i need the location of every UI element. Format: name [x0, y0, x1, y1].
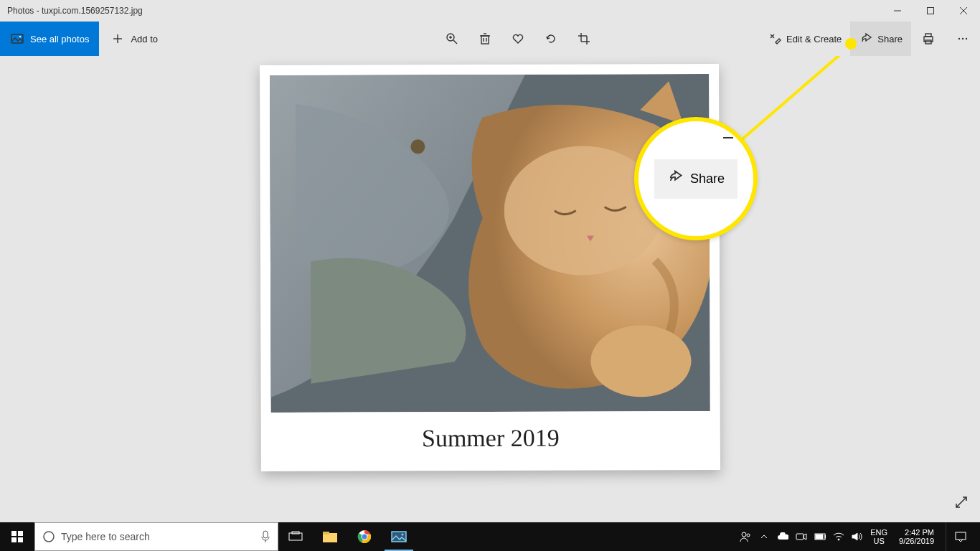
window-title: Photos - tuxpi.com.1569257132.jpg	[7, 6, 143, 16]
favorite-icon[interactable]	[511, 32, 525, 46]
svg-rect-46	[392, 532, 406, 542]
volume-icon[interactable]	[852, 531, 863, 542]
edit-icon	[768, 32, 782, 46]
callout-circle: Share	[634, 117, 758, 240]
mic-icon[interactable]	[260, 530, 270, 543]
svg-point-55	[838, 539, 839, 540]
edit-create-button[interactable]: Edit & Create	[759, 22, 850, 56]
see-all-label: See all photos	[30, 34, 89, 44]
share-button[interactable]: Share	[850, 22, 911, 56]
svg-rect-1	[928, 8, 934, 14]
svg-point-37	[44, 532, 54, 542]
svg-point-45	[362, 534, 367, 540]
toolbar: See all photos Add to Edit & Create Shar…	[0, 22, 980, 56]
clock[interactable]: 2:42 PM 9/26/2019	[895, 528, 938, 545]
callout-share-label: Share	[690, 171, 725, 187]
callout-minimize-icon	[723, 137, 733, 138]
svg-line-32	[956, 497, 966, 507]
tray-chevron-up-icon[interactable]	[758, 531, 770, 542]
file-explorer-taskbar-icon[interactable]	[313, 522, 347, 551]
svg-point-28	[410, 139, 425, 154]
svg-rect-12	[481, 36, 489, 44]
minimize-button[interactable]	[881, 0, 914, 22]
svg-rect-34	[18, 531, 23, 536]
task-view-button[interactable]	[278, 522, 313, 551]
more-button[interactable]	[946, 22, 980, 56]
svg-rect-57	[956, 532, 966, 540]
svg-rect-54	[816, 534, 823, 539]
photos-taskbar-icon[interactable]	[382, 522, 416, 551]
callout-share-button: Share	[654, 159, 738, 199]
svg-point-5	[19, 36, 21, 37]
svg-line-31	[739, 56, 851, 142]
crop-icon[interactable]	[577, 32, 591, 46]
svg-point-49	[747, 534, 750, 537]
lang-bottom: US	[870, 537, 887, 545]
action-center-icon[interactable]	[946, 522, 974, 551]
maximize-button[interactable]	[914, 0, 947, 22]
photos-icon	[10, 32, 24, 46]
svg-point-26	[966, 38, 967, 39]
svg-rect-36	[18, 537, 23, 542]
print-icon	[921, 32, 936, 46]
svg-point-24	[958, 38, 960, 39]
svg-rect-22	[925, 34, 931, 37]
add-to-button[interactable]: Add to	[99, 22, 169, 56]
add-to-label: Add to	[131, 34, 158, 44]
print-button[interactable]	[911, 22, 946, 56]
zoom-icon[interactable]	[445, 32, 459, 46]
callout-dot	[845, 38, 857, 50]
onedrive-icon[interactable]	[777, 531, 788, 542]
svg-marker-51	[804, 534, 806, 540]
rotate-icon[interactable]	[544, 32, 558, 46]
share-icon	[859, 32, 873, 46]
search-placeholder: Type here to search	[61, 531, 255, 542]
svg-rect-35	[11, 537, 17, 542]
svg-line-9	[453, 40, 457, 44]
ellipsis-icon	[956, 32, 970, 46]
polaroid-frame: Summer 2019	[260, 64, 720, 471]
see-all-photos-button[interactable]: See all photos	[0, 22, 99, 56]
window-controls	[881, 0, 980, 22]
chrome-taskbar-icon[interactable]	[347, 522, 382, 551]
share-icon	[667, 169, 683, 189]
time: 2:42 PM	[899, 528, 934, 537]
svg-rect-4	[11, 34, 23, 43]
lang-top: ENG	[870, 528, 887, 537]
system-tray: ENG US 2:42 PM 9/26/2019	[734, 522, 980, 551]
plus-icon	[110, 32, 125, 46]
task-items	[278, 522, 416, 551]
svg-marker-56	[852, 533, 857, 540]
photo-image	[270, 74, 710, 413]
language-indicator[interactable]: ENG US	[870, 528, 887, 545]
svg-point-30	[590, 325, 691, 397]
photo-viewer: Summer 2019 Share	[0, 56, 980, 522]
svg-rect-53	[825, 535, 826, 538]
expand-icon[interactable]	[954, 495, 969, 512]
wifi-icon[interactable]	[833, 531, 844, 542]
battery-icon[interactable]	[814, 531, 826, 542]
edit-create-label: Edit & Create	[786, 34, 842, 44]
svg-point-47	[402, 534, 404, 536]
close-button[interactable]	[947, 0, 980, 22]
photo-caption: Summer 2019	[271, 411, 710, 464]
date: 9/26/2019	[899, 537, 934, 545]
svg-rect-33	[11, 531, 17, 536]
meet-now-icon[interactable]	[796, 531, 807, 542]
search-box[interactable]: Type here to search	[34, 522, 278, 551]
svg-rect-38	[263, 531, 268, 538]
svg-rect-42	[323, 532, 329, 534]
start-button[interactable]	[0, 522, 34, 551]
people-icon[interactable]	[740, 531, 751, 542]
svg-point-48	[742, 532, 746, 537]
svg-rect-50	[796, 534, 804, 540]
taskbar: Type here to search ENG US 2:42 PM 9/26/…	[0, 522, 980, 551]
share-label: Share	[877, 34, 903, 44]
delete-icon[interactable]	[478, 32, 492, 46]
titlebar: Photos - tuxpi.com.1569257132.jpg	[0, 0, 980, 22]
cortana-icon	[42, 530, 55, 543]
svg-point-25	[962, 38, 963, 39]
